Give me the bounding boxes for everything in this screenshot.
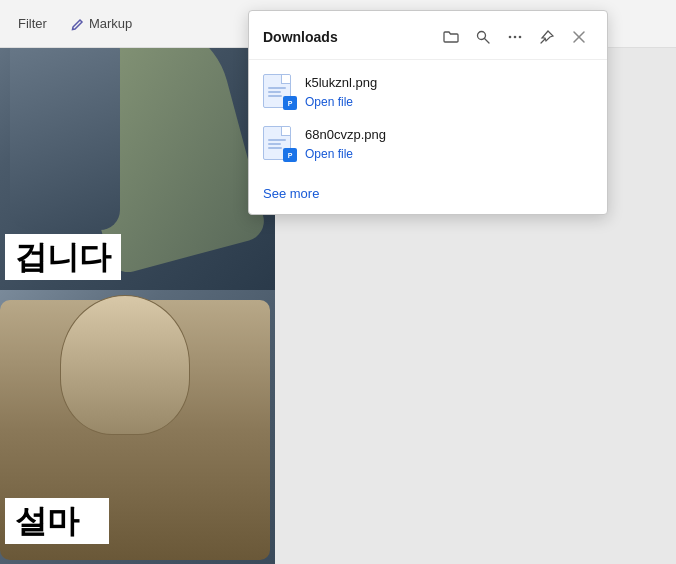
download-item: P k5lukznl.png Open file xyxy=(249,66,607,118)
see-more-section: See more xyxy=(249,176,607,214)
open-folder-button[interactable] xyxy=(437,23,465,51)
filter-label: Filter xyxy=(18,16,47,31)
close-icon xyxy=(571,29,587,45)
more-icon xyxy=(507,29,523,45)
download-filename-2: 68n0cvzp.png xyxy=(305,127,593,142)
download-info-2: 68n0cvzp.png Open file xyxy=(305,127,593,162)
meme-text-bottom: 설마 xyxy=(5,498,109,544)
download-filename-1: k5lukznl.png xyxy=(305,75,593,90)
svg-line-5 xyxy=(541,39,545,43)
downloads-header: Downloads xyxy=(249,11,607,60)
see-more-link[interactable]: See more xyxy=(263,186,319,201)
downloads-popup: Downloads xyxy=(248,10,608,215)
meme-text-top: 겁니다 xyxy=(5,234,121,280)
meme-bottom-panel: 설마 xyxy=(0,290,275,564)
markup-label: Markup xyxy=(89,16,132,31)
svg-point-4 xyxy=(519,36,522,39)
pin-icon xyxy=(539,29,555,45)
filter-button[interactable]: Filter xyxy=(10,12,55,35)
pin-button[interactable] xyxy=(533,23,561,51)
folder-icon xyxy=(443,29,459,45)
svg-line-1 xyxy=(485,39,490,44)
search-icon xyxy=(475,29,491,45)
downloads-title: Downloads xyxy=(263,29,338,45)
downloads-list: P k5lukznl.png Open file P 68n0 xyxy=(249,60,607,176)
open-file-link-1[interactable]: Open file xyxy=(305,95,353,109)
downloads-actions xyxy=(437,23,593,51)
more-options-button[interactable] xyxy=(501,23,529,51)
open-file-link-2[interactable]: Open file xyxy=(305,147,353,161)
markup-icon xyxy=(71,17,85,31)
markup-button[interactable]: Markup xyxy=(63,12,140,35)
download-item-2: P 68n0cvzp.png Open file xyxy=(249,118,607,170)
file-icon-1: P xyxy=(263,74,295,110)
svg-point-2 xyxy=(509,36,512,39)
search-downloads-button[interactable] xyxy=(469,23,497,51)
head-oval xyxy=(60,295,190,435)
file-icon-2: P xyxy=(263,126,295,162)
close-button[interactable] xyxy=(565,23,593,51)
download-info-1: k5lukznl.png Open file xyxy=(305,75,593,110)
svg-point-3 xyxy=(514,36,517,39)
file-badge-2: P xyxy=(283,148,297,162)
body-figure xyxy=(10,30,120,230)
